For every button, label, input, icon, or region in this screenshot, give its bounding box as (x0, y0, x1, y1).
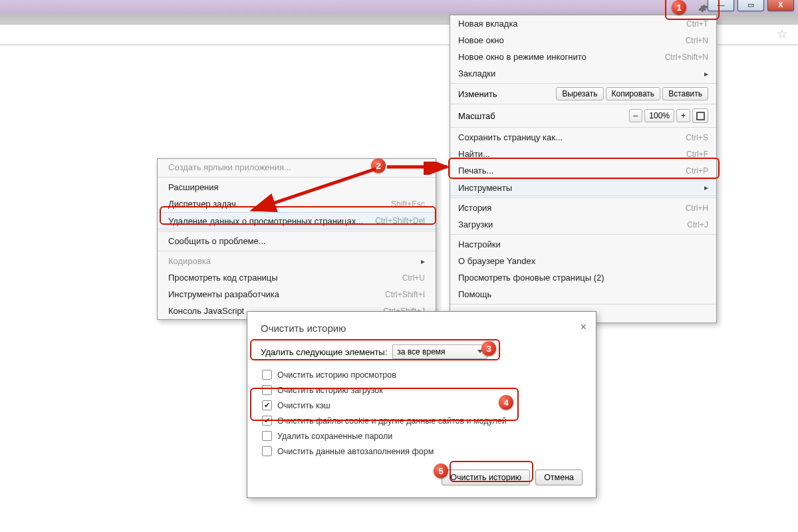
menu-separator (450, 304, 716, 305)
label: Найти... (458, 149, 490, 159)
label: Новое окно (458, 35, 504, 45)
range-label: Удалить следующие элементы: (261, 347, 387, 357)
submenu-extensions[interactable]: Расширения (158, 179, 436, 196)
label: Новая вкладка (458, 19, 518, 29)
shortcut: Ctrl+Shift+I (385, 290, 425, 299)
checkbox-icon (262, 446, 272, 456)
menu-bookmarks[interactable]: Закладки▸ (450, 65, 716, 82)
menu-separator (158, 231, 436, 231)
annotation-badge-1: 1 (672, 0, 686, 15)
shortcut: Ctrl+T (686, 19, 708, 29)
close-button[interactable]: X (767, 0, 794, 11)
label: Инструменты (458, 183, 512, 193)
maximize-button[interactable]: ▭ (737, 0, 764, 11)
copy-button[interactable]: Копировать (606, 87, 661, 100)
submenu-task-manager[interactable]: Диспетчер задачShift+Esc (158, 196, 436, 212)
menu-about[interactable]: О браузере Yandex (450, 253, 716, 269)
zoom-level: 100% (644, 109, 674, 122)
menu-separator (450, 234, 716, 235)
menu-separator (158, 177, 436, 178)
chk-clear-passwords[interactable]: Удалить сохраненные пароли (261, 428, 583, 444)
chk-clear-autofill[interactable]: Очистить данные автозаполнения форм (261, 444, 583, 459)
menu-background-pages[interactable]: Просмотреть фоновые страницы (2) (450, 269, 716, 286)
checkbox-icon (262, 431, 272, 441)
clear-history-dialog: Очистить историю × Удалить следующие эле… (247, 311, 597, 498)
shortcut: Ctrl+Shift+Del (375, 216, 425, 225)
cut-button[interactable]: Вырезать (556, 87, 603, 100)
label: Просмотреть код страницы (168, 273, 278, 283)
shortcut: Ctrl+N (686, 36, 708, 45)
select-value: за все время (397, 347, 445, 356)
shortcut: Ctrl+U (402, 273, 425, 283)
cancel-button[interactable]: Отмена (535, 469, 583, 485)
dialog-title: Очистить историю (261, 323, 583, 334)
gear-icon (698, 3, 708, 13)
menu-separator (450, 83, 716, 84)
fullscreen-button[interactable] (692, 108, 708, 123)
submenu-report-issue[interactable]: Сообщить о проблеме... (158, 233, 436, 249)
tools-submenu: Создать ярлыки приложения... Расширения … (157, 158, 436, 320)
menu-separator (158, 251, 436, 251)
submenu-create-shortcuts: Создать ярлыки приложения... (158, 159, 436, 176)
label: Консоль JavaScript (168, 306, 244, 316)
menu-new-window[interactable]: Новое окноCtrl+N (450, 32, 716, 49)
label: Расширения (168, 182, 219, 192)
menu-help[interactable]: Помощь (450, 286, 716, 303)
paste-button[interactable]: Вставить (662, 87, 708, 100)
chk-clear-downloads[interactable]: Очистить историю загрузок (261, 382, 583, 398)
annotation-badge-3: 3 (481, 341, 496, 356)
label: История (458, 203, 491, 213)
main-menu: Новая вкладкаCtrl+T Новое окноCtrl+N Нов… (450, 15, 717, 323)
menu-print[interactable]: Печать...Ctrl+P (450, 162, 716, 179)
annotation-badge-2: 2 (371, 158, 386, 173)
chevron-right-icon: ▸ (421, 257, 425, 266)
label: Изменить (458, 89, 497, 99)
submenu-clear-browsing-data[interactable]: Удаление данных о просмотренных страница… (158, 212, 436, 229)
menu-find[interactable]: Найти...Ctrl+F (450, 146, 716, 162)
menu-separator (450, 104, 716, 104)
submenu-dev-tools[interactable]: Инструменты разработчикаCtrl+Shift+I (158, 286, 436, 303)
submenu-view-source[interactable]: Просмотреть код страницыCtrl+U (158, 269, 436, 286)
menu-zoom-row: Масштаб – 100% + (450, 106, 716, 126)
time-range-select[interactable]: за все время (392, 344, 487, 359)
menu-settings[interactable]: Настройки (450, 236, 716, 253)
label: Настройки (458, 239, 501, 249)
annotation-badge-4: 4 (499, 395, 513, 410)
label: Закладки (458, 68, 495, 78)
menu-history[interactable]: ИсторияCtrl+H (450, 200, 716, 216)
menu-tools[interactable]: Инструменты▸ (450, 179, 716, 196)
clear-history-button[interactable]: Очистить историю (442, 469, 530, 485)
label: Новое окно в режиме инкогнито (458, 52, 587, 62)
menu-edit-row: Изменить Вырезать Копировать Вставить (450, 85, 716, 102)
svg-rect-0 (697, 112, 704, 120)
chk-clear-history[interactable]: Очистить историю просмотров (261, 367, 583, 382)
menu-save-page[interactable]: Сохранить страницу как...Ctrl+S (450, 129, 716, 146)
checkbox-checked-icon: ✔ (262, 416, 272, 426)
label: Диспетчер задач (168, 199, 236, 209)
time-range-row: Удалить следующие элементы: за все время (261, 343, 583, 360)
bookmark-star-icon[interactable]: ☆ (777, 27, 787, 41)
zoom-out-button[interactable]: – (629, 109, 643, 122)
annotation-badge-5: 5 (434, 464, 448, 478)
dialog-close-button[interactable]: × (581, 321, 587, 333)
checkbox-icon (262, 370, 272, 380)
chk-clear-cookies[interactable]: ✔Очистить файлы cookie и другие данные с… (261, 413, 583, 428)
submenu-encoding[interactable]: Кодировка▸ (158, 253, 436, 269)
label: Просмотреть фоновые страницы (2) (458, 273, 604, 283)
label: Инструменты разработчика (168, 289, 279, 299)
menu-new-tab[interactable]: Новая вкладкаCtrl+T (450, 15, 716, 32)
window-controls: — ▭ X (708, 0, 794, 11)
label: Загрузки (458, 219, 493, 229)
zoom-in-button[interactable]: + (676, 109, 690, 122)
chk-clear-cache[interactable]: ✔Очистить кэш (261, 398, 583, 413)
chevron-right-icon: ▸ (704, 183, 708, 192)
label: Очистить историю загрузок (277, 386, 383, 395)
shortcut: Ctrl+Shift+N (665, 53, 708, 62)
label: Очистить историю просмотров (277, 370, 396, 380)
dialog-buttons: Очистить историю Отмена (261, 469, 583, 485)
label: Сохранить страницу как... (458, 132, 563, 142)
menu-downloads[interactable]: ЗагрузкиCtrl+J (450, 216, 716, 233)
label: О браузере Yandex (458, 256, 535, 266)
label: Очистить файлы cookie и другие данные са… (277, 416, 507, 426)
menu-incognito[interactable]: Новое окно в режиме инкогнитоCtrl+Shift+… (450, 49, 716, 65)
